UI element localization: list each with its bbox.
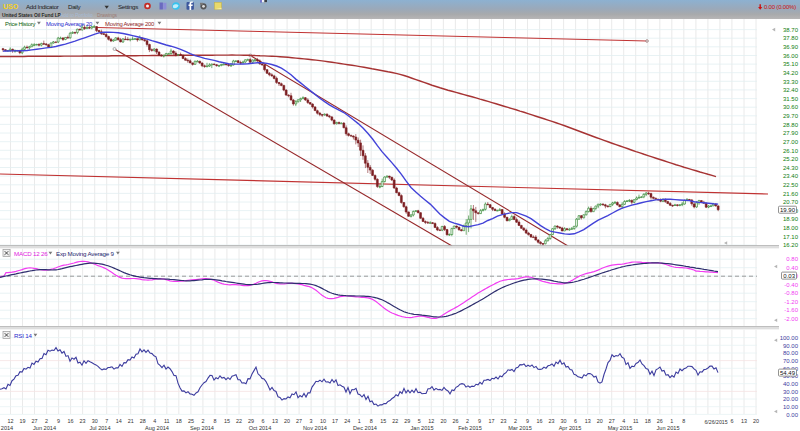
- svg-text:54.49: 54.49: [780, 370, 796, 376]
- svg-text:6/26/2015: 6/26/2015: [704, 419, 727, 425]
- svg-text:0.00 (0.00%): 0.00 (0.00%): [764, 4, 796, 10]
- svg-text:20.00: 20.00: [783, 396, 799, 402]
- svg-text:0.00: 0.00: [786, 412, 798, 418]
- svg-text:29: 29: [248, 418, 254, 424]
- svg-text:17.10: 17.10: [783, 234, 799, 240]
- svg-text:32.40: 32.40: [783, 87, 799, 93]
- svg-text:23: 23: [549, 418, 555, 424]
- svg-text:14: 14: [116, 418, 122, 424]
- svg-text:20: 20: [753, 418, 759, 424]
- svg-text:May 2015: May 2015: [608, 425, 633, 431]
- svg-text:15: 15: [224, 418, 230, 424]
- svg-text:27: 27: [32, 418, 38, 424]
- svg-text:18.00: 18.00: [783, 225, 799, 231]
- svg-text:25: 25: [188, 418, 194, 424]
- svg-text:100.00: 100.00: [780, 335, 799, 341]
- svg-text:36.90: 36.90: [783, 44, 799, 50]
- svg-text:2: 2: [466, 418, 469, 424]
- svg-text:35.10: 35.10: [783, 61, 799, 67]
- svg-text:7: 7: [105, 418, 108, 424]
- svg-text:25.20: 25.20: [783, 156, 799, 162]
- svg-text:29: 29: [404, 418, 410, 424]
- svg-text:11: 11: [633, 418, 639, 424]
- svg-text:9: 9: [57, 418, 60, 424]
- svg-text:80.00: 80.00: [783, 350, 799, 356]
- svg-text:27: 27: [296, 418, 302, 424]
- svg-text:11: 11: [164, 418, 170, 424]
- svg-text:36.00: 36.00: [783, 53, 799, 59]
- svg-text:20.70: 20.70: [783, 199, 799, 205]
- svg-text:23: 23: [501, 418, 507, 424]
- svg-text:17: 17: [332, 418, 338, 424]
- svg-text:28.80: 28.80: [783, 122, 799, 128]
- svg-text:70.00: 70.00: [783, 358, 799, 364]
- svg-text:40.00: 40.00: [783, 381, 799, 387]
- svg-text:19: 19: [20, 418, 26, 424]
- svg-text:19.90: 19.90: [780, 207, 796, 213]
- svg-text:Jun 2015: Jun 2015: [656, 425, 679, 431]
- svg-text:23: 23: [80, 418, 86, 424]
- svg-text:Sep 2014: Sep 2014: [190, 425, 214, 431]
- svg-text:United States Oil Fund LP: United States Oil Fund LP: [2, 13, 62, 18]
- svg-text:30.60: 30.60: [783, 104, 799, 110]
- svg-text:MACD 12 26: MACD 12 26: [14, 250, 48, 257]
- svg-text:1: 1: [670, 418, 673, 424]
- svg-text:12: 12: [428, 418, 434, 424]
- svg-text:13: 13: [272, 418, 278, 424]
- svg-text:6: 6: [262, 418, 265, 424]
- svg-text:5: 5: [418, 418, 421, 424]
- svg-text:Drawings: Drawings: [97, 13, 118, 18]
- svg-text:Dec 2014: Dec 2014: [353, 425, 377, 431]
- svg-text:9: 9: [526, 418, 529, 424]
- svg-text:USO: USO: [3, 3, 19, 10]
- svg-text:23.40: 23.40: [783, 173, 799, 179]
- svg-text:21: 21: [128, 418, 134, 424]
- svg-text:8: 8: [213, 418, 216, 424]
- svg-text:30.00: 30.00: [783, 389, 799, 395]
- svg-text:0.40: 0.40: [786, 265, 798, 271]
- svg-text:37.80: 37.80: [783, 35, 799, 41]
- svg-text:9: 9: [478, 418, 481, 424]
- svg-text:30: 30: [92, 418, 98, 424]
- svg-text:22: 22: [392, 418, 398, 424]
- svg-text:27.00: 27.00: [783, 139, 799, 145]
- svg-text:2: 2: [45, 418, 48, 424]
- svg-text:-0.40: -0.40: [784, 282, 798, 288]
- svg-text:-0.80: -0.80: [784, 290, 798, 296]
- svg-text:16: 16: [68, 418, 74, 424]
- svg-text:26.10: 26.10: [783, 148, 799, 154]
- svg-text:34.20: 34.20: [783, 70, 799, 76]
- svg-text:30: 30: [561, 418, 567, 424]
- svg-text:Jan 2015: Jan 2015: [410, 425, 433, 431]
- svg-text:20: 20: [284, 418, 290, 424]
- svg-text:Jul 2014: Jul 2014: [89, 425, 110, 431]
- svg-text:Price History: Price History: [5, 21, 35, 27]
- svg-text:22: 22: [236, 418, 242, 424]
- svg-text:RSI 14: RSI 14: [14, 332, 32, 339]
- svg-text:16: 16: [537, 418, 543, 424]
- svg-text:12: 12: [8, 418, 14, 424]
- svg-text:24: 24: [344, 418, 350, 424]
- svg-text:8: 8: [682, 418, 685, 424]
- svg-text:-2.00: -2.00: [784, 316, 798, 322]
- svg-text:24.30: 24.30: [783, 165, 799, 171]
- svg-text:Mar 2015: Mar 2015: [508, 425, 532, 431]
- svg-text:1: 1: [358, 418, 361, 424]
- svg-text:8: 8: [370, 418, 373, 424]
- svg-text:-1.20: -1.20: [784, 299, 798, 305]
- svg-text:22.50: 22.50: [783, 182, 799, 188]
- svg-text:Jun 2014: Jun 2014: [33, 425, 56, 431]
- svg-text:13: 13: [585, 418, 591, 424]
- svg-text:13: 13: [741, 418, 747, 424]
- svg-text:Moving Average 200: Moving Average 200: [105, 21, 155, 27]
- svg-text:18: 18: [176, 418, 182, 424]
- svg-text:Settings: Settings: [118, 3, 138, 10]
- svg-text:6: 6: [730, 418, 733, 424]
- svg-text:20: 20: [440, 418, 446, 424]
- svg-text:Nov 2014: Nov 2014: [303, 425, 327, 431]
- svg-text:38.70: 38.70: [783, 27, 799, 33]
- svg-text:27: 27: [609, 418, 615, 424]
- svg-text:3: 3: [310, 418, 313, 424]
- svg-text:Apr 2015: Apr 2015: [559, 425, 582, 431]
- svg-text:90.00: 90.00: [783, 343, 799, 349]
